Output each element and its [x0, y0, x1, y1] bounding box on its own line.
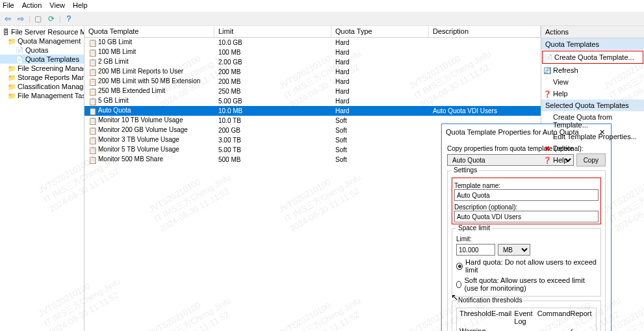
table-row[interactable]: 📋200 MB Limit with 50 MB Extension200 MB…: [84, 77, 541, 86]
soft-quota-radio[interactable]: Soft quota: Allow users to exceed limit …: [456, 276, 597, 292]
description-input[interactable]: [454, 211, 599, 222]
description-label: Description (optional):: [454, 204, 599, 211]
actions-item[interactable]: Create Quota from Template...: [541, 111, 644, 131]
folder-icon: 📁: [8, 37, 16, 45]
action-label: Help: [553, 90, 568, 98]
actions-item[interactable]: ❓Help: [541, 154, 644, 166]
list-header: Quota Template Limit Quota Type Descript…: [84, 26, 541, 38]
up-icon[interactable]: ▢: [33, 14, 44, 24]
threshold-row[interactable]: Warning (90%)✓: [457, 326, 596, 331]
template-icon: 📋: [88, 78, 96, 86]
server-icon: 🗄: [3, 28, 9, 36]
template-icon: 📋: [88, 127, 96, 135]
tree-item[interactable]: 📁File Screening Management: [0, 64, 84, 73]
action-label: Delete: [553, 144, 574, 152]
tree-item-label: Classification Management: [18, 83, 84, 90]
actions-item[interactable]: 🔄Refresh: [541, 64, 644, 76]
action-label: Create Quota from Template...: [553, 113, 612, 129]
col-description[interactable]: Description: [429, 26, 541, 37]
threshold-list[interactable]: Threshold E-mail Event Log Command Repor…: [456, 308, 597, 331]
settings-title: Settings: [452, 166, 479, 174]
table-row[interactable]: 📋Auto Quota10.0 MBHardAuto Quota VDI Use…: [84, 106, 541, 116]
hard-quota-label: Hard quota: Do not allow users to exceed…: [465, 258, 597, 274]
tree-item-label: Storage Reports Management: [18, 73, 84, 81]
col-quota-type[interactable]: Quota Type: [331, 26, 429, 37]
hard-quota-radio[interactable]: Hard quota: Do not allow users to exceed…: [456, 258, 597, 274]
actions-item[interactable]: ❓Help: [541, 88, 644, 99]
table-row[interactable]: 📋200 MB Limit Reports to User200 MBHard: [84, 67, 541, 77]
action-icon: 📄: [545, 53, 552, 61]
folder-icon: 📄: [16, 46, 23, 54]
template-icon: 📋: [88, 137, 96, 144]
back-icon[interactable]: ⇦: [3, 14, 13, 24]
action-label: View: [553, 78, 569, 86]
tree-item-label: Quotas: [25, 46, 48, 54]
template-icon: 📋: [88, 88, 96, 96]
template-icon: 📋: [88, 117, 96, 125]
soft-quota-label: Soft quota: Allow users to exceed limit …: [464, 276, 597, 292]
template-icon: 📋: [88, 98, 96, 105]
template-icon: 📋: [88, 59, 96, 66]
actions-item[interactable]: Edit Template Properties...: [541, 131, 644, 142]
radio-checked-icon: [456, 263, 463, 270]
action-icon: [543, 113, 551, 121]
action-icon: ✖: [543, 144, 551, 152]
action-label: Help: [553, 156, 568, 164]
col-quota-template[interactable]: Quota Template: [84, 26, 214, 37]
space-limit-group: Space limit Limit: MB Hard quota: Do not…: [452, 228, 601, 297]
actions-item[interactable]: ✖Delete: [541, 142, 644, 154]
tree-item[interactable]: 📄Quotas: [0, 46, 84, 55]
tree-item[interactable]: 📁File Management Tasks: [0, 91, 84, 100]
toolbar: ⇦ ⇨ | ▢ ⟳ | ?: [0, 12, 644, 26]
menu-file[interactable]: File: [3, 1, 14, 10]
tree-item-label: File Screening Management: [18, 64, 84, 72]
folder-icon: 📄: [16, 55, 23, 63]
limit-unit-select[interactable]: MB: [498, 244, 530, 256]
table-row[interactable]: 📋5 GB Limit5.00 GBHard: [84, 96, 541, 106]
list-pane: Quota Template Limit Quota Type Descript…: [84, 26, 541, 331]
menu-help[interactable]: Help: [73, 1, 88, 10]
th-col-command: Command: [537, 310, 571, 325]
template-name-label: Template name:: [454, 182, 599, 189]
radio-unchecked-icon: [456, 281, 461, 288]
table-row[interactable]: 📋100 MB Limit100 MBHard: [84, 47, 541, 57]
tree-item[interactable]: 📁Classification Management: [0, 82, 84, 91]
folder-icon: 📁: [8, 92, 16, 99]
tree-root[interactable]: 🗄 File Server Resource Manager (Local): [0, 27, 84, 36]
actions-title: Actions: [541, 26, 644, 38]
table-row[interactable]: 📋2 GB Limit2.00 GBHard: [84, 57, 541, 67]
menu-action[interactable]: Action: [22, 1, 42, 10]
actions-item[interactable]: 📄Create Quota Template...: [542, 51, 643, 64]
table-row[interactable]: 📋250 MB Extended Limit250 MBHard: [84, 86, 541, 96]
action-icon: 🔄: [543, 66, 551, 74]
help-icon[interactable]: ?: [64, 14, 74, 24]
template-icon: 📋: [88, 146, 96, 154]
folder-icon: 📁: [8, 73, 16, 81]
limit-label: Limit:: [456, 235, 597, 243]
folder-icon: 📁: [8, 64, 16, 72]
limit-value-input[interactable]: [456, 244, 495, 256]
template-name-input[interactable]: [454, 189, 599, 201]
refresh-icon[interactable]: ⟳: [46, 14, 57, 24]
space-limit-title: Space limit: [456, 224, 492, 232]
template-icon: 📋: [88, 39, 96, 47]
tree-item-label: File Management Tasks: [18, 92, 84, 99]
menu-view[interactable]: View: [49, 1, 65, 10]
th-col-email: E-mail: [491, 310, 514, 325]
forward-icon[interactable]: ⇨: [16, 14, 26, 24]
th-col-report: Report: [571, 310, 593, 325]
tree-item[interactable]: 📁Quota Management: [0, 36, 84, 46]
action-icon: ❓: [543, 156, 551, 164]
th-col-eventlog: Event Log: [514, 310, 537, 325]
action-icon: ❓: [543, 90, 551, 98]
settings-group: Settings Template name: Description (opt…: [447, 170, 606, 331]
action-label: Refresh: [553, 66, 578, 74]
tree-item[interactable]: 📁Storage Reports Management: [0, 73, 84, 82]
table-row[interactable]: 📋10 GB Limit10.0 GBHard: [84, 38, 541, 47]
menubar: File Action View Help: [0, 0, 644, 12]
col-limit[interactable]: Limit: [214, 26, 331, 37]
th-col-threshold: Threshold: [459, 310, 491, 325]
actions-item[interactable]: View: [541, 76, 644, 88]
tree-item[interactable]: 📄Quota Templates: [0, 55, 84, 64]
action-icon: [543, 133, 551, 140]
